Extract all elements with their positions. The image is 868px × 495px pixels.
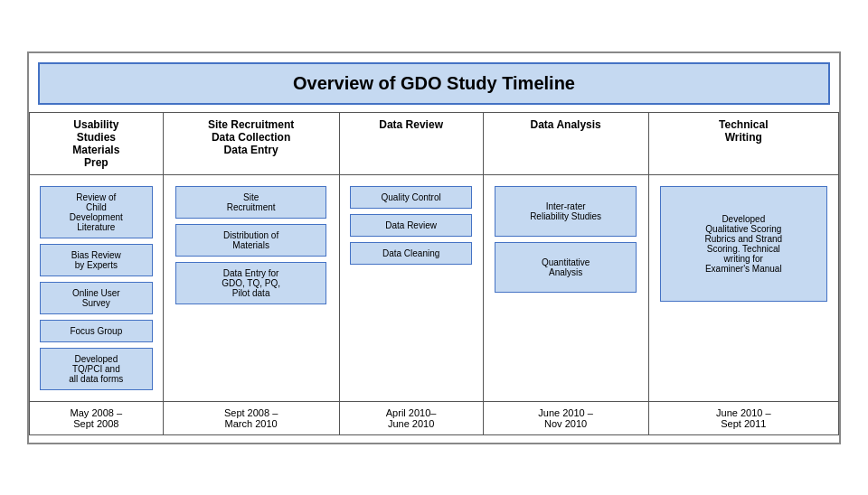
col1-date: May 2008 –Sept 2008 xyxy=(30,401,164,434)
col1-item3: Online UserSurvey xyxy=(40,282,153,314)
col4-content: Inter-raterReliability Studies Quantitat… xyxy=(483,174,648,401)
col2-header: Site RecruitmentData CollectionData Entr… xyxy=(163,112,339,174)
col1-header: UsabilityStudiesMaterialsPrep xyxy=(30,112,164,174)
col1-content: Review ofChildDevelopmentLiterature Bias… xyxy=(30,174,164,401)
col4-header: Data Analysis xyxy=(483,112,648,174)
col2-date: Sept 2008 –March 2010 xyxy=(163,401,339,434)
col2-content: SiteRecruitment Distribution ofMaterials… xyxy=(163,174,339,401)
col5-date: June 2010 –Sept 2011 xyxy=(648,401,838,434)
col4-date: June 2010 –Nov 2010 xyxy=(483,401,648,434)
title: Overview of GDO Study Timeline xyxy=(38,62,830,105)
col1-item5: DevelopedTQ/PCI andall data forms xyxy=(40,348,153,390)
col2-item1: SiteRecruitment xyxy=(175,186,326,219)
col3-content: Quality Control Data Review Data Cleanin… xyxy=(339,174,483,401)
col5-content: DevelopedQualitative ScoringRubrics and … xyxy=(648,174,838,401)
timeline-table: UsabilityStudiesMaterialsPrep Site Recru… xyxy=(29,112,839,435)
col3-header: Data Review xyxy=(339,112,483,174)
col3-item3: Data Cleaning xyxy=(350,242,472,265)
col4-item2: QuantitativeAnalysis xyxy=(495,242,637,293)
col5-item1: DevelopedQualitative ScoringRubrics and … xyxy=(660,186,827,302)
col5-header: TechnicalWriting xyxy=(648,112,838,174)
col1-item4: Focus Group xyxy=(40,320,153,342)
col3-item2: Data Review xyxy=(350,214,472,237)
col3-date: April 2010–June 2010 xyxy=(339,401,483,434)
col1-item2: Bias Reviewby Experts xyxy=(40,244,153,276)
col3-item1: Quality Control xyxy=(350,186,472,209)
col1-item1: Review ofChildDevelopmentLiterature xyxy=(40,186,153,238)
col2-item3: Data Entry forGDO, TQ, PQ,Pilot data xyxy=(175,262,326,304)
col4-item1: Inter-raterReliability Studies xyxy=(495,186,637,237)
col2-item2: Distribution ofMaterials xyxy=(175,224,326,257)
diagram-wrapper: Overview of GDO Study Timeline Usability… xyxy=(27,51,841,444)
